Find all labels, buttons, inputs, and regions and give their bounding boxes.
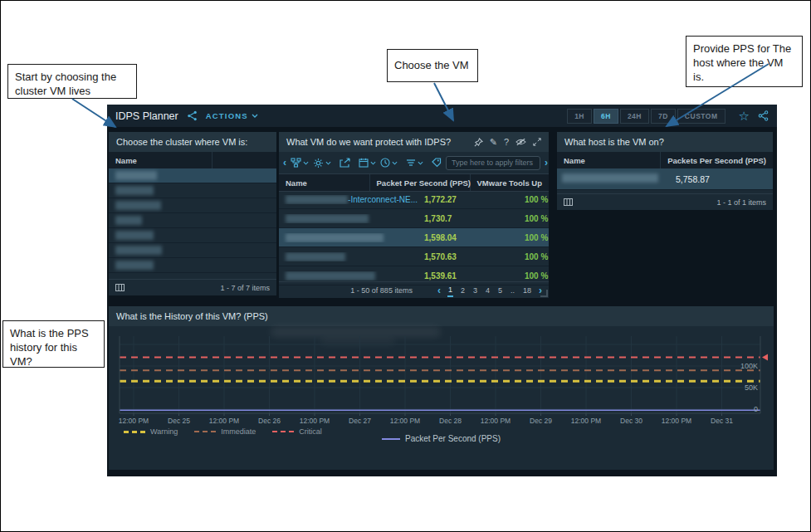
threshold-dash-swatch — [194, 431, 216, 432]
column-pps[interactable]: Packet Per Second (PPS) — [370, 174, 471, 191]
page-number-1[interactable]: 1 — [447, 284, 453, 297]
page-title: IDPS Planner — [115, 110, 178, 122]
export-icon[interactable] — [340, 158, 350, 168]
table-row[interactable]: 5,758.87 — [557, 168, 773, 190]
table-row[interactable]: 1,570.63100 % — [279, 247, 549, 266]
calendar-icon[interactable] — [359, 158, 376, 168]
table-row[interactable] — [109, 258, 276, 273]
time-range-24h[interactable]: 24H — [620, 109, 649, 124]
actions-label: ACTIONS — [206, 111, 248, 120]
vm-name-cell — [279, 252, 418, 261]
table-row[interactable]: 1,730.7100 % — [279, 209, 549, 228]
svg-text:Dec 26: Dec 26 — [258, 417, 281, 425]
actions-menu[interactable]: ACTIONS — [206, 111, 258, 120]
eye-off-icon[interactable] — [515, 138, 526, 146]
page-number-..[interactable]: .. — [510, 285, 515, 296]
tag-icon[interactable] — [432, 158, 442, 168]
column-name[interactable]: Name — [109, 152, 213, 168]
svg-text:Dec 28: Dec 28 — [439, 417, 462, 425]
share-icon[interactable] — [758, 110, 769, 121]
table-row[interactable] — [109, 228, 276, 243]
list-filter-icon[interactable] — [406, 159, 423, 167]
favorite-star-icon[interactable]: ☆ — [739, 110, 750, 122]
vm-pps-cell: 1,772.27 — [418, 195, 518, 204]
column-pps[interactable]: Packets Per Second (PPS) — [661, 152, 773, 168]
vm-name-link[interactable]: -Interconnect-NE... — [348, 195, 418, 204]
redacted-text — [286, 233, 384, 242]
time-range-6h[interactable]: 6H — [594, 109, 618, 124]
threshold-dash-swatch — [272, 431, 294, 432]
vm-panel-header: What VM do we want protect with IDPS? ✎ … — [279, 132, 549, 152]
host-name-cell — [557, 173, 669, 184]
grid-view-icon[interactable] — [564, 198, 573, 206]
pagination: ‹12345..18› — [437, 284, 542, 297]
scroll-right-icon[interactable]: › — [545, 158, 548, 168]
table-row[interactable] — [109, 168, 276, 183]
page-number-18[interactable]: 18 — [522, 285, 532, 296]
vm-tools-cell: 100 % — [518, 195, 549, 204]
pin-icon[interactable] — [474, 138, 483, 147]
vm-pps-cell: 1,730.7 — [418, 214, 518, 223]
legend-item-pps[interactable]: Packet Per Second (PPS) — [382, 434, 501, 443]
table-row[interactable] — [109, 183, 276, 198]
pps-history-panel: What is the History of this VM? (PPS) 12… — [109, 306, 774, 470]
redacted-text — [562, 173, 658, 183]
redacted-text — [115, 216, 142, 225]
page-number-2[interactable]: 2 — [460, 285, 466, 296]
cluster-panel: Choose the cluster where VM is: Name 1 -… — [109, 132, 276, 295]
svg-text:12:00 PM: 12:00 PM — [209, 417, 239, 425]
time-range-custom[interactable]: CUSTOM — [677, 109, 726, 124]
redacted-text — [115, 261, 154, 270]
table-row[interactable]: 1,598.04100 % — [279, 228, 549, 247]
time-range-1h[interactable]: 1H — [567, 109, 592, 124]
page-number-3[interactable]: 3 — [472, 285, 478, 296]
cluster-panel-footer: 1 - 7 of 7 items — [109, 279, 276, 295]
column-vmware-tools[interactable]: VMware Tools Up — [471, 174, 549, 191]
vm-name-cell — [279, 214, 418, 223]
host-panel-title: What host is the VM on? — [564, 137, 664, 147]
edit-pencil-icon[interactable]: ✎ — [490, 137, 497, 148]
filter-input[interactable] — [446, 156, 540, 170]
column-name[interactable]: Name — [279, 174, 370, 191]
time-range-group: 1H6H24H7DCUSTOM — [567, 109, 725, 124]
table-row[interactable] — [109, 198, 276, 213]
svg-text:12:00 PM: 12:00 PM — [119, 417, 149, 425]
grid-view-icon[interactable] — [115, 284, 125, 291]
app-header: IDPS Planner ACTIONS 1H6H24H7DCUSTOM ☆ — [107, 105, 777, 127]
svg-text:0: 0 — [754, 405, 758, 413]
cluster-table-header: Name — [109, 152, 276, 169]
page-number-4[interactable]: 4 — [485, 285, 491, 296]
resize-handle[interactable] — [540, 290, 548, 297]
column-name[interactable]: Name — [557, 152, 661, 168]
vm-pps-cell: 1,539.61 — [418, 271, 518, 281]
table-row[interactable]: -Interconnect-NE...1,772.27100 % — [279, 190, 549, 209]
chart-panel-header: What is the History of this VM? (PPS) — [109, 306, 774, 326]
time-range-7d[interactable]: 7D — [651, 109, 676, 124]
settings-gear-icon[interactable] — [313, 158, 331, 168]
svg-text:12:00 PM: 12:00 PM — [390, 417, 420, 425]
page-number-5[interactable]: 5 — [497, 285, 503, 296]
clock-icon[interactable] — [380, 158, 398, 168]
table-row[interactable] — [109, 213, 276, 228]
svg-text:100K: 100K — [740, 362, 758, 370]
svg-text:Dec 29: Dec 29 — [530, 417, 552, 425]
help-icon[interactable]: ? — [504, 137, 509, 147]
vm-tools-cell: 100 % — [518, 252, 549, 261]
svg-text:Dec 27: Dec 27 — [349, 417, 371, 425]
vm-pps-cell: 1,570.63 — [418, 252, 518, 261]
redacted-text — [286, 214, 369, 223]
page-prev-icon[interactable]: ‹ — [437, 286, 441, 295]
svg-text:Dec 31: Dec 31 — [711, 417, 733, 425]
scroll-left-icon[interactable]: ‹ — [283, 158, 286, 168]
annotation-choose-vm: Choose the VM — [387, 49, 478, 82]
redacted-text — [115, 201, 161, 210]
widget-type-icon[interactable] — [291, 158, 309, 168]
svg-text:Dec 30: Dec 30 — [620, 417, 642, 425]
redacted-text — [286, 271, 375, 281]
share-icon[interactable] — [187, 110, 198, 121]
vm-tools-cell: 100 % — [518, 271, 549, 281]
host-panel-header: What host is the VM on? — [557, 132, 773, 152]
expand-icon[interactable] — [533, 138, 541, 146]
svg-text:12:00 PM: 12:00 PM — [481, 417, 511, 425]
table-row[interactable] — [109, 243, 276, 258]
